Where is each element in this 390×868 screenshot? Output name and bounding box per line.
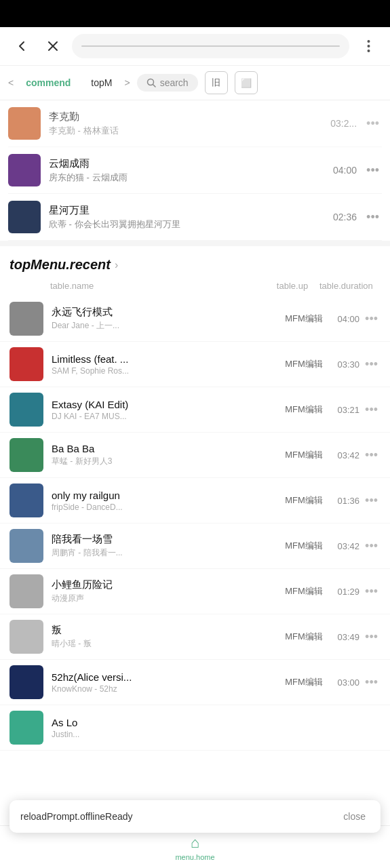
song-more-button[interactable]: ••• <box>362 582 381 601</box>
song-more-button[interactable]: ••• <box>364 208 382 227</box>
song-artist: 草蜢 - 新好男人3 <box>52 456 279 467</box>
table-header-up: table.up <box>265 281 319 291</box>
search-label: search <box>160 77 189 88</box>
list-item[interactable]: 李克勤 李克勤 - 格林童话 03:2... ••• <box>8 100 382 147</box>
history-button[interactable]: 旧 <box>205 71 228 94</box>
home-icon: ⌂ <box>191 834 199 852</box>
song-thumbnail <box>9 574 43 608</box>
offline-toast-close-button[interactable]: close <box>339 810 370 823</box>
list-item[interactable]: 叛 晴小瑶 - 叛 MFM编辑 03:49 ••• <box>0 614 390 660</box>
recent-section-header: topMenu.recent › <box>0 246 390 278</box>
list-item[interactable]: 星河万里 欣蒂 - 你会长出羽翼拥抱星河万里 02:36 ••• <box>8 194 382 241</box>
song-artist: DJ KAI - EA7 MUS... <box>52 412 279 421</box>
song-thumbnail <box>9 711 43 745</box>
song-thumbnail <box>8 201 41 233</box>
table-header-name: table.name <box>9 281 265 291</box>
song-more-button[interactable]: ••• <box>362 309 381 329</box>
song-duration: 03:2... <box>330 118 357 129</box>
song-uploader: MFM编辑 <box>279 403 328 416</box>
song-thumbnail <box>8 107 41 140</box>
tab-topmenu[interactable]: topM <box>83 73 120 92</box>
offline-toast-message: reloadPrompt.offlineReady <box>20 811 339 822</box>
song-more-button[interactable]: ••• <box>362 627 381 647</box>
search-bar[interactable]: search <box>137 74 198 92</box>
svg-point-2 <box>367 40 370 43</box>
song-artist: Dear Jane - 上一... <box>52 320 279 332</box>
song-duration: 03:42 <box>328 450 359 460</box>
home-nav-item[interactable]: ⌂ menu.home <box>164 831 225 864</box>
tab-bar: < commend topM > search 旧 ⬜ <box>0 66 390 100</box>
song-artist: 房东的猫 - 云烟成雨 <box>49 172 333 184</box>
song-more-button[interactable]: ••• <box>362 536 381 556</box>
song-duration: 03:42 <box>328 541 359 551</box>
recent-section-arrow[interactable]: › <box>115 259 118 271</box>
url-bar[interactable] <box>72 34 349 58</box>
song-more-button[interactable]: ••• <box>362 355 381 374</box>
song-duration: 03:49 <box>328 632 359 642</box>
list-item[interactable]: 陪我看一场雪 周鹏宵 - 陪我看一... MFM编辑 03:42 ••• <box>0 524 390 569</box>
window-button[interactable]: ⬜ <box>235 71 258 94</box>
list-item[interactable]: Limitless (feat. ... SAM F, Sophie Ros..… <box>0 342 390 387</box>
song-info: 叛 晴小瑶 - 叛 <box>52 624 279 650</box>
recent-section-title: topMenu.recent <box>9 257 111 273</box>
song-thumbnail <box>9 393 43 427</box>
song-info: Limitless (feat. ... SAM F, Sophie Ros..… <box>52 353 279 376</box>
list-item[interactable]: only my railgun fripSide - DanceD... MFM… <box>0 478 390 524</box>
song-info: Ba Ba Ba 草蜢 - 新好男人3 <box>52 443 279 467</box>
close-button[interactable] <box>41 34 65 58</box>
tab-commend[interactable]: commend <box>18 73 79 92</box>
list-item[interactable]: 永远飞行模式 Dear Jane - 上一... MFM编辑 04:00 ••• <box>0 296 390 342</box>
list-item[interactable]: As Lo Justin... <box>0 705 390 751</box>
song-duration: 02:36 <box>333 212 357 222</box>
song-title: 叛 <box>52 624 279 637</box>
song-uploader: MFM编辑 <box>279 540 328 552</box>
song-title: only my railgun <box>52 490 279 501</box>
list-item[interactable]: Extasy (KAI Edit) DJ KAI - EA7 MUS... MF… <box>0 387 390 433</box>
svg-point-3 <box>367 45 370 47</box>
song-artist: Justin... <box>52 730 381 739</box>
svg-line-6 <box>153 85 155 87</box>
song-info: 李克勤 李克勤 - 格林童话 <box>49 111 330 137</box>
song-more-button[interactable]: ••• <box>364 161 382 180</box>
song-more-button[interactable]: ••• <box>362 446 381 465</box>
song-uploader: MFM编辑 <box>279 494 328 507</box>
song-more-button[interactable]: ••• <box>362 491 381 511</box>
song-more-button[interactable]: ••• <box>362 673 381 692</box>
section-divider <box>0 241 390 246</box>
tab-chevron-right[interactable]: > <box>124 77 130 88</box>
song-artist: 动漫原声 <box>52 593 279 604</box>
song-uploader: MFM编辑 <box>279 449 328 461</box>
song-thumbnail <box>9 438 43 472</box>
list-item[interactable]: 52hz(Alice versi... KnowKnow - 52hz MFM编… <box>0 660 390 705</box>
song-info: Extasy (KAI Edit) DJ KAI - EA7 MUS... <box>52 399 279 421</box>
more-button[interactable] <box>356 34 381 58</box>
song-info: only my railgun fripSide - DanceD... <box>52 490 279 512</box>
song-artist: fripSide - DanceD... <box>52 502 279 512</box>
song-uploader: MFM编辑 <box>279 358 328 370</box>
song-title: 小鲤鱼历险记 <box>52 578 279 591</box>
song-thumbnail <box>9 347 43 381</box>
nav-bar <box>0 27 390 66</box>
song-info: 星河万里 欣蒂 - 你会长出羽翼拥抱星河万里 <box>49 204 333 231</box>
search-icon <box>147 78 156 87</box>
song-info: 陪我看一场雪 周鹏宵 - 陪我看一... <box>52 533 279 559</box>
list-item[interactable]: 小鲤鱼历险记 动漫原声 MFM编辑 01:29 ••• <box>0 569 390 614</box>
list-item[interactable]: 云烟成雨 房东的猫 - 云烟成雨 04:00 ••• <box>8 147 382 194</box>
song-more-button[interactable]: ••• <box>364 114 382 134</box>
svg-point-4 <box>367 50 370 52</box>
song-title: Extasy (KAI Edit) <box>52 399 279 410</box>
history-icon: 旧 <box>212 77 220 89</box>
song-uploader: MFM编辑 <box>279 585 328 597</box>
offline-toast: reloadPrompt.offlineReady close <box>9 800 381 833</box>
song-duration: 04:00 <box>328 314 359 324</box>
song-thumbnail <box>9 529 43 563</box>
tab-chevron-left[interactable]: < <box>8 77 14 88</box>
back-button[interactable] <box>9 34 34 58</box>
song-info: 52hz(Alice versi... KnowKnow - 52hz <box>52 671 279 694</box>
list-item[interactable]: Ba Ba Ba 草蜢 - 新好男人3 MFM编辑 03:42 ••• <box>0 433 390 478</box>
song-title: Limitless (feat. ... <box>52 353 279 365</box>
song-artist: 周鹏宵 - 陪我看一... <box>52 547 279 559</box>
song-thumbnail <box>9 620 43 654</box>
song-info: 小鲤鱼历险记 动漫原声 <box>52 578 279 604</box>
song-more-button[interactable]: ••• <box>362 400 381 420</box>
